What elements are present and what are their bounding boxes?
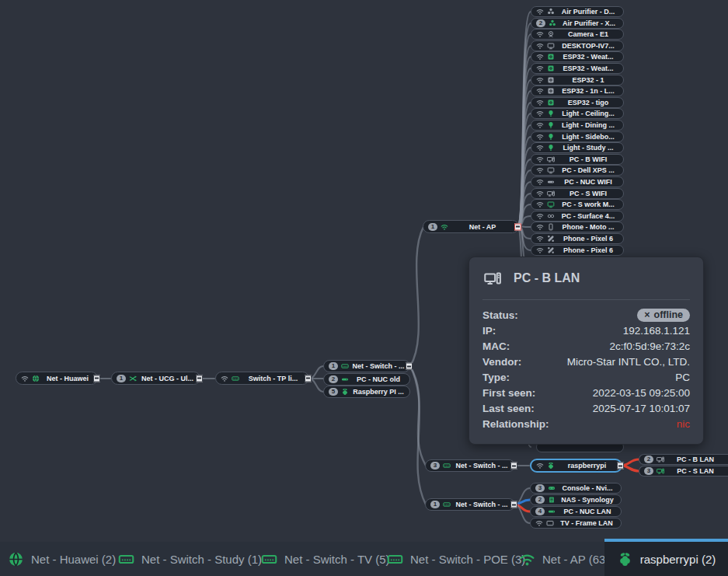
node-label: ESP32 - Weat... [558,65,618,72]
node-label: ESP32 - Weat... [558,53,618,61]
node-pc-s-lan[interactable]: 3 PC - S LAN [639,466,728,477]
node-esp32-1[interactable]: ESP32 - 1 [531,75,624,86]
handset-icon [547,246,555,254]
node-pc-s-work[interactable]: PC - S work M... [531,199,624,210]
node-pc-b-wifi[interactable]: PC - B WIFI [531,154,624,165]
node-light-ceiling[interactable]: Light - Ceiling... [531,108,624,119]
bulb-icon [547,121,555,129]
node-pc-b-lan[interactable]: 2 PC - B LAN [639,454,728,465]
collapse-toggle[interactable] [510,501,517,508]
collapse-toggle[interactable] [305,375,312,382]
tab-net-switch-poe[interactable]: Net - Switch - POE (3) [387,542,525,576]
node-net-switch-tv[interactable]: 3 Net - Switch - ... [425,459,515,472]
node-esp32-weather-1[interactable]: ESP32 - Weat... [531,51,624,62]
wifi-icon [536,212,544,220]
monitor-icon [547,42,555,50]
node-tv-frame-lan[interactable]: TV - Frame LAN [530,518,622,529]
node-pc-nuc-lan[interactable]: 4 PC - NUC LAN [530,506,622,517]
wifi-icon [536,144,544,152]
node-light-dining[interactable]: Light - Dining ... [531,120,624,131]
raspberry-icon [341,388,349,396]
node-label: Light - Sidebo... [558,133,618,141]
wifi-icon [536,42,544,50]
switch-icon [261,551,277,567]
node-raspberrypi-selected[interactable]: raspberrypi [530,459,622,473]
node-phone-moto[interactable]: Phone - Moto ... [531,222,624,232]
module-icon [547,99,555,106]
collapse-toggle[interactable] [406,363,413,370]
wifi-icon [221,375,228,382]
wifi-icon [535,519,543,527]
tab-net-ap[interactable]: Net - AP (63) [519,542,609,576]
wifi-icon [536,30,544,38]
node-esp32-1n[interactable]: ESP32 - 1n - L... [531,86,624,96]
mini-pc-icon [547,178,555,186]
collapse-toggle[interactable] [514,223,521,230]
node-camera-e1[interactable]: Camera - E1 [531,29,624,40]
node-label: PC - S work M... [558,201,618,208]
port-badge: 3 [430,462,440,470]
divider [482,299,690,300]
node-pc-nuc-old[interactable]: 2 PC - NUC old [323,373,410,386]
globe-icon [8,551,24,567]
node-console-nvidia[interactable]: 3 Console - Nvi... [530,483,622,494]
collapse-toggle[interactable] [93,375,100,382]
wifi-icon [536,53,544,61]
node-phone-pixel6-b[interactable]: Phone - Pixel 6 [531,245,624,256]
node-light-study[interactable]: Light - Study ... [531,142,624,153]
node-switch-tp[interactable]: Switch - TP li... [215,372,309,385]
node-pc-nuc-wifi[interactable]: PC - NUC WIFI [531,176,624,187]
node-label: PC - B WIFI [558,155,618,163]
node-label: Net - Switch - ... [454,462,510,470]
port-badge: 1 [117,375,126,382]
node-net-ap[interactable]: 1 Net - AP [423,220,519,233]
node-label: Light - Ceiling... [558,110,618,117]
node-label: raspberrypi [558,462,616,470]
node-label: Net - Huawei [43,375,92,382]
node-esp32-tigo[interactable]: ESP32 - tigo [531,97,624,108]
collapse-toggle[interactable] [196,375,203,382]
port-badge: 2 [535,496,545,504]
tab-raspberrypi-active[interactable]: raspberrypi (2) [604,539,728,576]
port-badge: 1 [428,223,437,231]
node-net-switch-mid[interactable]: 1 Net - Switch - ... [323,360,410,372]
monitor-icon [547,166,555,174]
node-air-purifier-d[interactable]: Air Purifier - D... [531,6,624,17]
node-pc-dell-xps[interactable]: PC - Dell XPS ... [531,165,624,176]
wifi-icon [536,99,544,106]
node-net-switch-poe[interactable]: 1 Net - Switch - ... [425,498,515,511]
node-pc-s-wifi[interactable]: PC - S WIFI [531,188,624,199]
collapse-toggle[interactable] [510,463,517,470]
node-label: Net - Switch - ... [454,501,510,508]
node-label: PC - NUC WIFI [558,178,618,186]
fan-icon [547,8,555,16]
node-phone-pixel6-a[interactable]: Phone - Pixel 6 [531,233,624,244]
node-label: Raspberry PI ... [352,388,405,396]
tab-net-switch-study[interactable]: Net - Switch - Study (1) [118,542,262,576]
collapse-toggle[interactable] [617,463,624,470]
node-net-huawei[interactable]: Net - Huawei [16,372,98,385]
node-nas-synology[interactable]: 2 NAS - Synology [530,494,622,505]
node-pc-surface[interactable]: PC - Surface 4... [531,211,624,222]
node-label: DESKTOP-IV7... [558,42,618,50]
pc-icon [484,270,501,287]
switch-icon [387,551,403,567]
node-air-purifier-x[interactable]: 2Air Purifier - X... [531,18,624,29]
node-label: Light - Study ... [558,144,618,152]
node-desktop[interactable]: DESKTOP-IV7... [531,40,624,51]
module-icon [547,76,555,84]
wifi-icon [536,190,544,197]
tab-label: Net - Switch - Study (1) [141,553,262,566]
node-label: PC - Surface 4... [558,212,618,220]
node-light-sideboard[interactable]: Light - Sidebo... [531,131,624,142]
module-icon [547,87,555,95]
nas-icon [548,496,556,504]
popup-row-status: Status: ×offline [482,307,690,323]
node-net-ucg[interactable]: 1 Net - UCG - Ul... [111,372,200,385]
node-raspberry-pi[interactable]: 5 Raspberry PI ... [323,386,410,398]
popup-row-ip: IP: 192.168.1.121 [482,323,690,338]
tab-net-switch-tv[interactable]: Net - Switch - TV (5) [261,542,390,576]
tab-net-huawei[interactable]: Net - Huawei (2) [8,542,116,576]
node-esp32-weather-2[interactable]: ESP32 - Weat... [531,63,624,74]
wifi-icon [536,235,544,243]
